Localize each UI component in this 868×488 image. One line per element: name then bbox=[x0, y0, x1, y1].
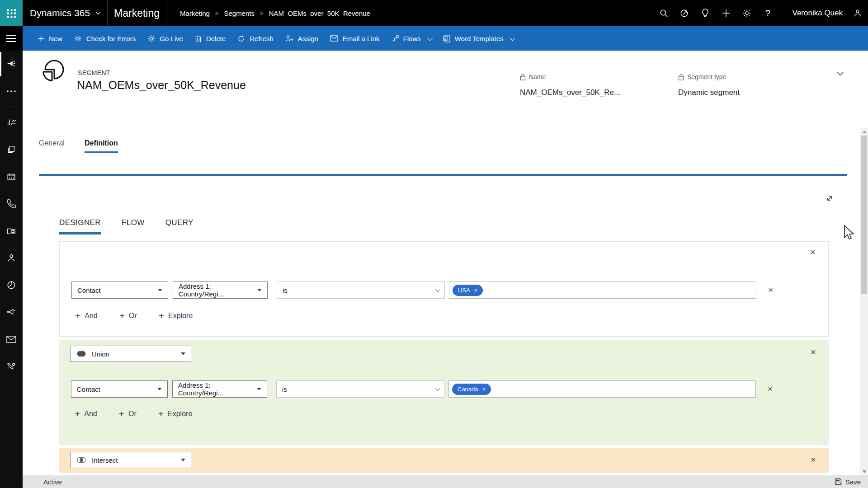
sidebar-item-phone[interactable] bbox=[0, 190, 23, 217]
remove-condition-button[interactable]: × bbox=[768, 285, 773, 295]
scroll-up-arrow[interactable] bbox=[863, 131, 866, 133]
waffle-icon bbox=[7, 9, 16, 18]
tab-general[interactable]: General bbox=[39, 139, 65, 153]
caret-down-icon bbox=[158, 289, 162, 291]
breadcrumb-item-segments[interactable]: Segments bbox=[224, 9, 255, 17]
lightbulb-button[interactable] bbox=[695, 0, 716, 26]
app-name[interactable]: Marketing bbox=[114, 7, 160, 19]
scroll-down-arrow[interactable] bbox=[863, 470, 866, 473]
account-button[interactable] bbox=[847, 0, 868, 26]
venn-intersect-icon bbox=[76, 456, 87, 464]
add-or-link[interactable]: +Or bbox=[119, 310, 137, 321]
guided-tasks-button[interactable] bbox=[674, 0, 695, 26]
quick-create-button[interactable] bbox=[716, 0, 736, 26]
check-for-errors-button[interactable]: Check for Errors bbox=[68, 26, 142, 51]
sidebar-item-contacts[interactable] bbox=[0, 244, 23, 272]
remove-group-button[interactable]: × bbox=[811, 455, 816, 464]
value-tag-canada[interactable]: Canada × bbox=[452, 384, 491, 395]
chevron-down-icon bbox=[427, 35, 433, 41]
entity-type-label: SEGMENT bbox=[78, 69, 110, 76]
ellipsis-icon bbox=[6, 90, 16, 93]
hamburger-icon bbox=[6, 35, 16, 36]
sidebar-item-files[interactable] bbox=[0, 217, 23, 244]
sidebar-item-email[interactable] bbox=[0, 326, 23, 353]
assign-button[interactable]: Assign bbox=[279, 26, 324, 51]
settings-button[interactable] bbox=[736, 0, 757, 26]
refresh-button[interactable]: Refresh bbox=[231, 26, 279, 51]
breadcrumb-separator: > bbox=[260, 10, 264, 17]
set-operator-select-union[interactable]: Union bbox=[70, 346, 191, 362]
entity-select[interactable]: Contact bbox=[71, 282, 168, 299]
sidebar-item-pages[interactable] bbox=[0, 136, 23, 163]
explore-link[interactable]: +Explore bbox=[159, 310, 193, 321]
collapse-header-button[interactable] bbox=[836, 71, 844, 76]
user-name[interactable]: Veronika Quek bbox=[792, 9, 843, 18]
megaphone-filled-icon bbox=[6, 59, 16, 69]
sitemap-toggle-button[interactable] bbox=[0, 26, 23, 51]
explore-link[interactable]: +Explore bbox=[158, 408, 193, 419]
help-button[interactable]: ? bbox=[757, 0, 778, 26]
add-and-link[interactable]: +And bbox=[75, 310, 98, 321]
value-tag-usa[interactable]: USA × bbox=[453, 285, 483, 296]
sidebar-item-calendar[interactable] bbox=[0, 163, 23, 190]
remove-tag-button[interactable]: × bbox=[482, 386, 486, 392]
brand-menu[interactable]: Dynamics 365 bbox=[30, 8, 101, 19]
caret-down-icon bbox=[157, 388, 162, 390]
calendar-icon bbox=[6, 172, 16, 182]
sidebar-item-insights[interactable] bbox=[0, 109, 23, 136]
help-icon: ? bbox=[765, 8, 770, 19]
save-button[interactable]: Save bbox=[835, 478, 861, 486]
go-live-button[interactable]: Go Live bbox=[142, 26, 189, 51]
envelope-icon bbox=[330, 35, 338, 42]
set-operator-select-intersect[interactable]: Intersect bbox=[70, 452, 191, 468]
breadcrumb-item-marketing[interactable]: Marketing bbox=[180, 9, 210, 17]
expand-diagonal-icon bbox=[826, 194, 834, 202]
plus-icon: + bbox=[119, 310, 125, 321]
expand-designer-button[interactable] bbox=[824, 192, 835, 204]
attribute-select[interactable]: Address 1: Country/Regi... bbox=[172, 380, 267, 398]
flow-icon bbox=[392, 35, 399, 42]
tab-designer[interactable]: DESIGNER bbox=[59, 218, 101, 235]
scrollbar-thumb[interactable] bbox=[861, 136, 867, 294]
entity-select[interactable]: Contact bbox=[71, 380, 168, 398]
remove-group-button[interactable]: × bbox=[810, 247, 816, 257]
query-group-union: × Union Contact Address 1: Country/Regi.… bbox=[59, 340, 829, 445]
breadcrumb-separator: > bbox=[215, 10, 219, 17]
delete-button[interactable]: Delete bbox=[189, 26, 231, 51]
tab-flow[interactable]: FLOW bbox=[122, 218, 145, 235]
compass-arrow-icon bbox=[679, 8, 689, 18]
tab-query[interactable]: QUERY bbox=[165, 218, 193, 235]
remove-tag-button[interactable]: × bbox=[474, 287, 478, 293]
flows-button[interactable]: Flows bbox=[386, 26, 437, 51]
breadcrumb-item-record[interactable]: NAM_OEMs_over_50K_Revenue bbox=[269, 9, 370, 17]
email-a-link-button[interactable]: Email a Link bbox=[324, 26, 386, 51]
command-bar-items: New Check for Errors Go Live Delete Refr… bbox=[23, 26, 520, 51]
remove-group-button[interactable]: × bbox=[811, 347, 816, 357]
segment-entity-icon bbox=[42, 58, 66, 81]
tab-definition[interactable]: Definition bbox=[85, 139, 118, 153]
remove-condition-button[interactable]: × bbox=[768, 384, 773, 394]
add-and-link[interactable]: +And bbox=[75, 408, 97, 419]
app-launcher-button[interactable] bbox=[0, 0, 23, 26]
breadcrumb: Marketing > Segments > NAM_OEMs_over_50K… bbox=[180, 9, 370, 17]
sidebar-item-marketing[interactable] bbox=[0, 51, 23, 78]
sidebar-item-segments[interactable] bbox=[0, 272, 23, 299]
add-or-link[interactable]: +Or bbox=[119, 408, 137, 419]
value-input[interactable]: USA × bbox=[449, 282, 756, 299]
search-button[interactable] bbox=[653, 0, 674, 26]
vertical-scrollbar[interactable] bbox=[860, 128, 868, 475]
word-templates-button[interactable]: Word Templates bbox=[437, 26, 520, 51]
operator-select[interactable]: is bbox=[276, 380, 444, 398]
plus-icon: + bbox=[159, 310, 164, 321]
operator-select[interactable]: is bbox=[277, 282, 445, 299]
plus-icon: + bbox=[75, 408, 80, 419]
sidebar-item-service[interactable] bbox=[0, 353, 23, 380]
value-input[interactable]: Canada × bbox=[448, 380, 756, 398]
megaphone-outline-icon bbox=[6, 307, 16, 317]
divider bbox=[74, 478, 74, 485]
new-button[interactable]: New bbox=[32, 26, 68, 51]
sidebar-item-announcements[interactable] bbox=[0, 299, 23, 326]
attribute-select[interactable]: Address 1: Country/Regi... bbox=[173, 282, 268, 299]
phone-gear-icon bbox=[6, 361, 16, 371]
sidebar-item-more[interactable] bbox=[0, 78, 23, 105]
